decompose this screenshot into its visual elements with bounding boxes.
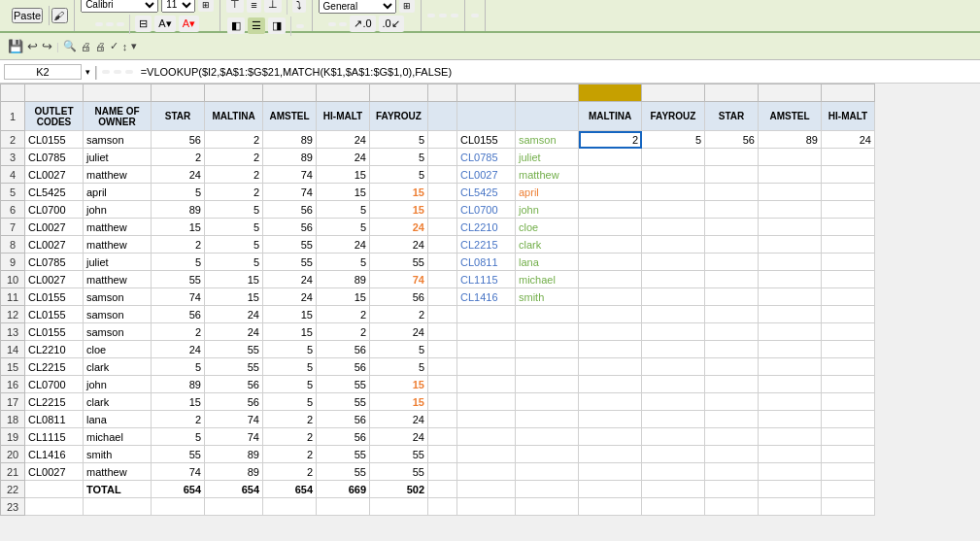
cell-K8[interactable] [579,236,642,254]
cell-I12[interactable] [457,306,516,323]
cell-G10[interactable]: 74 [370,271,428,288]
cell-A4[interactable]: CL0027 [25,166,84,184]
cell-K1[interactable]: MALTINA [579,102,642,131]
cell-O21[interactable] [822,463,875,481]
cell-C15[interactable]: 5 [152,358,205,376]
cell-N5[interactable] [759,184,822,201]
col-header-O[interactable] [822,85,875,102]
cell-H9[interactable] [428,254,457,271]
cell-D17[interactable]: 56 [205,393,263,411]
col-header-I[interactable] [457,85,516,102]
font-name-select[interactable]: Calibri [81,0,158,13]
cell-J10[interactable]: michael [516,271,579,288]
cell-M14[interactable] [705,341,759,358]
cell-M4[interactable] [705,166,759,184]
format-as-table-button[interactable] [439,14,447,17]
cell-F8[interactable]: 24 [317,236,370,254]
cell-G6[interactable]: 15 [370,201,428,219]
cell-J8[interactable]: clark [516,236,579,254]
cell-H5[interactable] [428,184,457,201]
cell-J18[interactable] [516,411,579,428]
cell-C6[interactable]: 89 [152,201,205,219]
cell-K22[interactable] [579,481,642,498]
cell-E23[interactable] [263,498,317,516]
cell-I13[interactable] [457,323,516,341]
cell-M22[interactable] [705,481,759,498]
cell-C7[interactable]: 15 [152,219,205,236]
cell-B7[interactable]: matthew [84,219,152,236]
cell-N20[interactable] [759,446,822,463]
cell-C21[interactable]: 74 [152,463,205,481]
cell-J17[interactable] [516,393,579,411]
cell-A23[interactable] [25,498,84,516]
cell-H14[interactable] [428,341,457,358]
comma-button[interactable] [339,22,347,26]
cell-F2[interactable]: 24 [317,131,370,149]
cell-A6[interactable]: CL0700 [25,201,84,219]
cell-E14[interactable]: 5 [263,341,317,358]
cell-E19[interactable]: 2 [263,428,317,446]
cell-K11[interactable] [579,288,642,306]
cell-H12[interactable] [428,306,457,323]
cell-K4[interactable] [579,166,642,184]
zoom-button[interactable]: 🔍 [63,40,77,52]
cell-G9[interactable]: 55 [370,254,428,271]
cell-F19[interactable]: 56 [317,428,370,446]
undo-button[interactable]: ↩ [27,39,38,53]
cell-H18[interactable] [428,411,457,428]
cell-G5[interactable]: 15 [370,184,428,201]
cell-A1[interactable]: OUTLET CODES [25,102,84,131]
cell-G16[interactable]: 15 [370,376,428,393]
cell-I20[interactable] [457,446,516,463]
cell-K20[interactable] [579,446,642,463]
cell-L22[interactable] [642,481,705,498]
cell-O9[interactable] [822,254,875,271]
cell-I23[interactable] [457,498,516,516]
cell-G14[interactable]: 5 [370,341,428,358]
save-button[interactable]: 💾 [8,39,23,53]
cell-F6[interactable]: 5 [317,201,370,219]
cell-M17[interactable] [705,393,759,411]
cell-A8[interactable]: CL0027 [25,236,84,254]
cell-N18[interactable] [759,411,822,428]
cell-L6[interactable] [642,201,705,219]
cell-I3[interactable]: CL0785 [457,149,516,166]
cell-F15[interactable]: 56 [317,358,370,376]
cell-L15[interactable] [642,358,705,376]
cell-I8[interactable]: CL2215 [457,236,516,254]
cell-D3[interactable]: 2 [205,149,263,166]
cell-H10[interactable] [428,271,457,288]
cell-L5[interactable] [642,184,705,201]
cell-N3[interactable] [759,149,822,166]
cell-M20[interactable] [705,446,759,463]
print-button[interactable]: 🖨 [95,41,106,52]
cell-M21[interactable] [705,463,759,481]
cell-G18[interactable]: 24 [370,411,428,428]
cell-D11[interactable]: 15 [205,288,263,306]
fx-button[interactable] [125,70,133,74]
cell-B18[interactable]: lana [84,411,152,428]
cell-O20[interactable] [822,446,875,463]
cell-C2[interactable]: 56 [152,131,205,149]
cell-O3[interactable] [822,149,875,166]
cell-N12[interactable] [759,306,822,323]
cell-A13[interactable]: CL0155 [25,323,84,341]
cell-J14[interactable] [516,341,579,358]
cell-J1[interactable] [516,102,579,131]
cell-H3[interactable] [428,149,457,166]
cell-E12[interactable]: 15 [263,306,317,323]
cell-B16[interactable]: john [84,376,152,393]
cell-K9[interactable] [579,254,642,271]
border-button[interactable]: ⊟ [135,16,152,32]
cell-I10[interactable]: CL1115 [457,271,516,288]
cell-B22[interactable]: TOTAL [84,481,152,498]
cell-A14[interactable]: CL2210 [25,341,84,358]
align-middle-button[interactable]: ≡ [247,0,260,13]
more-button[interactable]: ▾ [131,40,137,52]
cell-C1[interactable]: STAR [152,102,205,131]
cell-H1[interactable] [428,102,457,131]
cell-E17[interactable]: 5 [263,393,317,411]
percent-button[interactable] [328,22,336,26]
cell-F10[interactable]: 89 [317,271,370,288]
cell-H2[interactable] [428,131,457,149]
